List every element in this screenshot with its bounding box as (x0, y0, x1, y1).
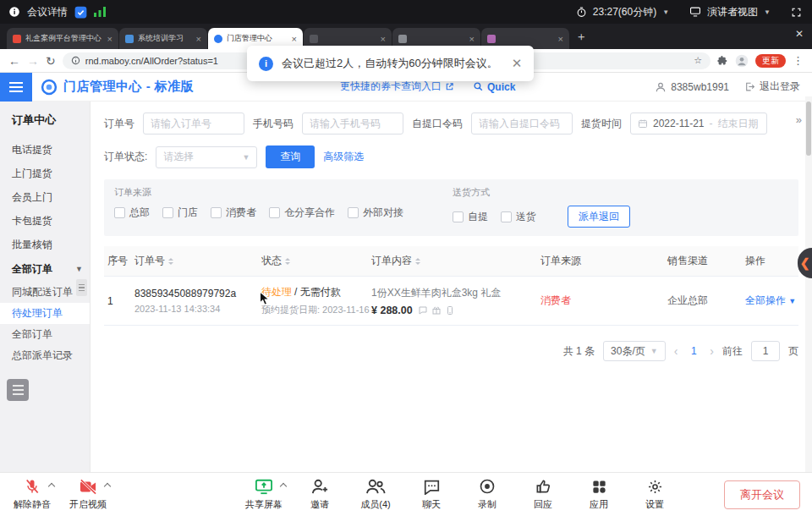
checkbox[interactable] (162, 207, 173, 218)
window-close-icon[interactable]: ✕ (795, 28, 804, 40)
chevron-up-icon[interactable] (280, 483, 287, 490)
invite-button[interactable]: 邀请 (296, 477, 343, 511)
chat-bubble-icon[interactable] (418, 305, 428, 316)
profile-avatar[interactable] (735, 54, 749, 68)
apps-button[interactable]: 应用 (575, 477, 623, 511)
shield-icon[interactable] (74, 6, 87, 19)
search-button[interactable]: 查询 (266, 145, 315, 168)
chevron-up-icon[interactable] (48, 483, 55, 490)
order-status-select[interactable]: 请选择 ▼ (156, 146, 257, 168)
goto-page-input[interactable] (751, 341, 780, 361)
collapse-filters-icon[interactable]: » (796, 113, 802, 126)
chevron-up-icon[interactable] (104, 483, 111, 490)
source-checkbox-store[interactable]: 门店 (162, 206, 198, 220)
date-end-placeholder[interactable]: 结束日期 (718, 117, 759, 131)
chevron-down-icon[interactable]: ▼ (764, 8, 771, 16)
back-icon[interactable]: ← (8, 55, 20, 67)
source-checkbox-consumer[interactable]: 消费者 (211, 206, 256, 220)
record-button[interactable]: 录制 (464, 477, 511, 511)
sort-icon[interactable] (285, 255, 290, 267)
scrollbar-thumb[interactable] (806, 102, 811, 156)
sort-icon[interactable] (168, 255, 173, 267)
sort-icon[interactable] (415, 255, 420, 267)
toast-close-icon[interactable]: ✕ (512, 56, 523, 71)
members-button[interactable]: 成员(4) (352, 477, 399, 511)
share-screen-button[interactable]: 共享屏幕 (240, 477, 288, 511)
bookmark-star-icon[interactable]: ☆ (694, 55, 702, 66)
tab-close-icon[interactable]: × (107, 34, 112, 44)
network-signal-icon[interactable] (94, 7, 106, 17)
quick-search-link[interactable]: Quick (473, 81, 515, 93)
sidebar-item-door-pickup[interactable]: 上门提货 (0, 162, 90, 185)
th-status[interactable]: 状态 (261, 254, 371, 268)
sidebar-item-all-orders[interactable]: 全部订单 (0, 324, 90, 345)
checkbox[interactable] (453, 211, 464, 222)
sidebar-item-batch-verify[interactable]: 批量核销 (0, 233, 90, 256)
unmute-button[interactable]: 解除静音 (8, 477, 56, 511)
settings-button[interactable]: 设置 (631, 477, 678, 511)
reload-icon[interactable]: ↻ (46, 55, 56, 67)
sidebar-item-phone-pickup[interactable]: 电话提货 (0, 138, 90, 162)
prev-page-icon[interactable]: ‹ (674, 344, 678, 358)
tab-close-icon[interactable]: × (196, 34, 201, 44)
quick-menu-button[interactable] (7, 379, 29, 401)
account-menu[interactable]: 8385wb1991 (655, 81, 729, 93)
row-actions-dropdown[interactable]: 全部操作 ▼ (745, 294, 796, 306)
delivery-checkbox-selfpickup[interactable]: 自提 (453, 210, 488, 224)
pickup-code-input[interactable] (471, 113, 573, 134)
scrollbar-track[interactable] (805, 96, 812, 472)
site-info-icon[interactable] (71, 56, 80, 65)
browser-menu-icon[interactable]: ⋮ (793, 54, 804, 67)
logout-button[interactable]: 退出登录 (744, 80, 800, 94)
phone-input[interactable] (302, 113, 403, 134)
extensions-icon[interactable] (717, 55, 728, 66)
delivery-checkbox-delivery[interactable]: 送货 (501, 210, 536, 224)
sidebar-item-pending-orders[interactable]: 待处理订单 (0, 303, 90, 324)
tab-close-icon[interactable]: × (558, 34, 563, 44)
sidebar-item-member-visit[interactable]: 会员上门 (0, 185, 90, 209)
source-checkbox-external[interactable]: 外部对接 (348, 206, 403, 220)
browser-tab[interactable]: 系统培训学习 × (119, 28, 207, 49)
view-mode-label[interactable]: 演讲者视图 (707, 5, 758, 19)
page-size-select[interactable]: 30条/页▼ (603, 341, 666, 361)
sidebar-item-hq-dispatch-records[interactable]: 总部派单记录 (0, 345, 90, 366)
coupon-card-quick-entry-link[interactable]: 更快捷的券卡查询入口 (340, 80, 454, 94)
gift-icon[interactable] (431, 305, 442, 316)
phone-device-icon[interactable] (445, 305, 455, 316)
tab-close-icon[interactable]: × (469, 34, 475, 44)
next-page-icon[interactable]: › (710, 344, 714, 358)
th-content[interactable]: 订单内容 (371, 254, 540, 268)
advanced-filter-link[interactable]: 高级筛选 (323, 150, 364, 164)
sidebar-item-cardbag-pickup[interactable]: 卡包提货 (0, 209, 90, 233)
page-number[interactable]: 1 (686, 345, 701, 357)
dispatch-return-button[interactable]: 派单退回 (568, 206, 630, 228)
th-order-no[interactable]: 订单号 (134, 254, 261, 268)
source-checkbox-hq[interactable]: 总部 (114, 206, 150, 220)
browser-update-button[interactable]: 更新 (755, 54, 786, 68)
browser-tab[interactable]: 礼盒案例平台管理中心 × (7, 28, 118, 49)
order-no-input[interactable] (143, 113, 244, 134)
new-tab-button[interactable]: ＋ (575, 30, 587, 45)
forward-icon[interactable]: → (27, 55, 39, 67)
chevron-down-icon[interactable]: ▼ (662, 8, 669, 16)
start-video-button[interactable]: 开启视频 (64, 477, 112, 511)
checkbox[interactable] (269, 207, 280, 218)
fullscreen-icon[interactable] (791, 7, 802, 18)
chat-button[interactable]: 聊天 (408, 477, 455, 511)
info-icon[interactable] (8, 6, 20, 18)
sidebar-group-all-orders[interactable]: 全部订单 ▼ (0, 256, 90, 282)
reactions-button[interactable]: 回应 (519, 477, 567, 511)
leave-meeting-button[interactable]: 离开会议 (724, 480, 800, 509)
checkbox[interactable] (501, 211, 512, 222)
source-checkbox-warehouse-coop[interactable]: 仓分享合作 (269, 206, 335, 220)
date-range-picker[interactable]: 2022-11-21 - 结束日期 (630, 113, 767, 134)
checkbox[interactable] (114, 207, 125, 218)
tab-close-icon[interactable]: × (381, 34, 386, 44)
sidebar-drag-handle-icon[interactable] (76, 279, 87, 296)
tab-close-icon[interactable]: × (292, 34, 297, 44)
hamburger-menu-button[interactable] (0, 73, 32, 102)
checkbox[interactable] (348, 207, 359, 218)
meeting-details-label[interactable]: 会议详情 (27, 5, 68, 19)
checkbox[interactable] (211, 207, 222, 218)
date-start-value[interactable]: 2022-11-21 (653, 118, 705, 129)
